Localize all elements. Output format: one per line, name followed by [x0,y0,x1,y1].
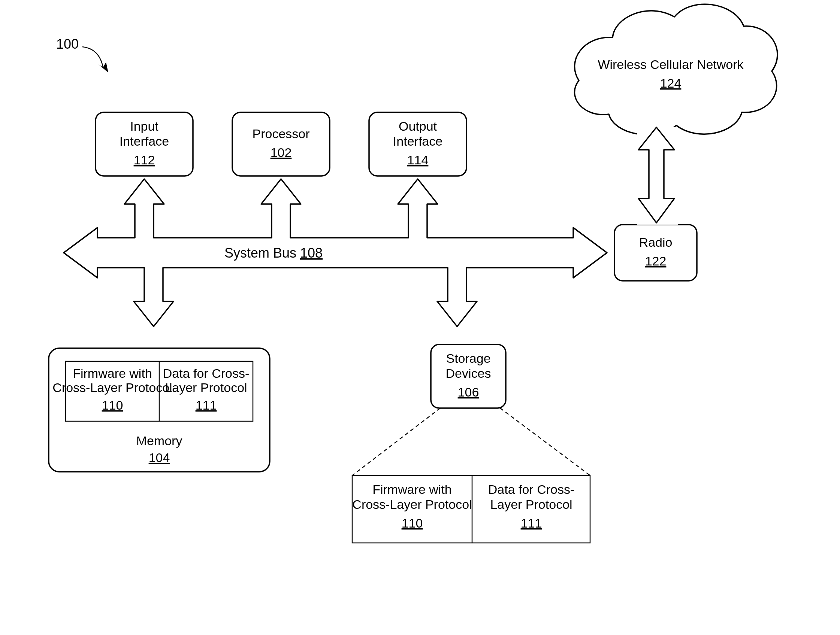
figure-arrowhead [98,62,108,72]
mem-fw-l2: Cross-Layer Protocol [52,380,172,395]
memory-label: Memory [136,433,182,448]
box-processor [232,112,330,176]
mem-data-ref: 111 [196,398,217,412]
network-label: Wireless Cellular Network [598,57,744,71]
st-fw-l1: Firmware with [373,482,452,496]
storage-expand-left [352,408,440,476]
storage-ref: 106 [458,385,479,399]
storage-l1: Storage [446,351,490,366]
radio-label1: Radio [639,235,673,249]
diagram: Wireless Cellular Network 124 Input Inte… [0,0,840,635]
mem-fw-l1: Firmware with [73,366,152,380]
st-data-ref: 111 [521,516,542,530]
input-ref: 112 [134,153,155,167]
proc-ref: 102 [270,145,292,159]
storage-l2: Devices [446,366,491,380]
mem-data-l2: Layer Protocol [165,380,247,395]
figure-arrow-tail [82,47,103,68]
system-bus [64,179,607,326]
mem-data-l1: Data for Cross- [163,366,249,380]
output-label1: Output [399,119,437,133]
memory-ref: 104 [149,451,170,465]
input-label1: Input [130,119,158,133]
radio-ref: 122 [645,254,666,268]
st-data-l1: Data for Cross- [488,482,575,496]
figure-number: 100 [56,36,79,52]
st-data-l2: Layer Protocol [490,497,572,511]
output-label2: Interface [393,134,442,148]
proc-label1: Processor [252,126,309,141]
st-fw-ref: 110 [402,516,423,530]
box-radio [614,225,697,281]
bus-label: System Bus 108 [224,245,322,261]
input-label2: Interface [120,134,169,148]
storage-expand-right [500,408,590,476]
output-ref: 114 [407,153,429,167]
st-fw-l2: Cross-Layer Protocol [352,497,472,511]
network-ref: 124 [660,76,682,90]
mem-fw-ref: 110 [102,398,123,412]
